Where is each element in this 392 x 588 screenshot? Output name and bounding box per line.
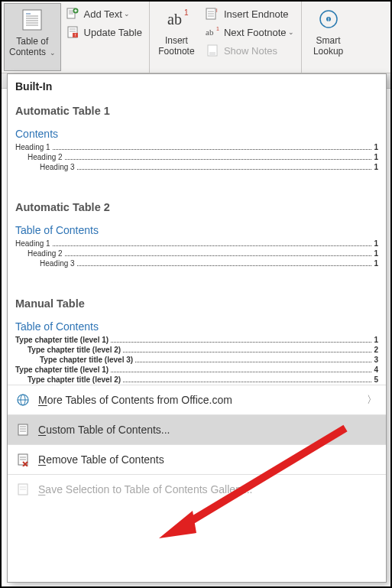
toc-row: Type chapter title (level 1)4 xyxy=(8,365,386,375)
toc-row: Heading 31 xyxy=(8,258,386,268)
insert-footnote-label-2: Footnote xyxy=(158,46,194,57)
toc-label-1: Table of xyxy=(16,36,48,47)
menu-remove-label: Remove Table of Contents xyxy=(38,453,164,466)
menu-more-tables[interactable]: More Tables of Contents from Office.com … xyxy=(8,385,386,414)
toc-row: Type chapter title (level 1)1 xyxy=(8,335,386,345)
toc-small-stack: Add Text ⌄ ! Update Table xyxy=(61,3,147,71)
insert-endnote-label: Insert Endnote xyxy=(224,8,289,20)
add-text-label: Add Text xyxy=(84,8,122,20)
svg-text:ab: ab xyxy=(206,28,214,37)
menu-save-selection: Save Selection to Table of Contents Gall… xyxy=(8,475,386,504)
toc-icon xyxy=(19,7,45,33)
toc-row: Type chapter title (level 3)3 xyxy=(8,355,386,365)
smart-lookup-label-1: Smart xyxy=(316,35,341,46)
next-footnote-icon: ab1 xyxy=(206,25,219,39)
svg-rect-0 xyxy=(23,10,41,30)
svg-text:ab: ab xyxy=(167,11,182,28)
insert-footnote-label-1: Insert xyxy=(165,35,188,46)
toc-row: Heading 21 xyxy=(8,152,386,162)
table-of-contents-button[interactable]: Table of Contents ⌄ xyxy=(4,3,61,71)
toc-row: Type chapter title (level 2)2 xyxy=(8,345,386,355)
add-text-button[interactable]: Add Text ⌄ xyxy=(61,5,147,23)
smart-lookup-label-2: Lookup xyxy=(313,46,343,57)
menu-save-label: Save Selection to Table of Contents Gall… xyxy=(38,483,252,495)
update-table-button[interactable]: ! Update Table xyxy=(61,23,147,41)
built-in-header: Built-In xyxy=(8,74,386,99)
svg-text:i: i xyxy=(328,15,329,23)
toc-label-2: Contents xyxy=(9,47,46,57)
smart-lookup-button[interactable]: i Smart Lookup xyxy=(304,3,353,71)
next-footnote-button[interactable]: ab1 Next Footnote ⌄ xyxy=(201,23,299,41)
svg-rect-37 xyxy=(18,424,28,435)
preview-automatic-table-1[interactable]: Automatic Table 1 Contents Heading 11Hea… xyxy=(8,99,386,172)
chevron-right-icon: 〉 xyxy=(367,393,377,407)
next-footnote-label: Next Footnote xyxy=(224,27,287,38)
insert-endnote-button[interactable]: i Insert Endnote xyxy=(201,5,299,23)
preview-manual-table[interactable]: Manual Table Table of Contents Type chap… xyxy=(8,291,386,385)
show-notes-label: Show Notes xyxy=(224,45,277,57)
toc-dropdown-panel: Built-In Automatic Table 1 Contents Head… xyxy=(7,73,387,583)
remove-toc-icon xyxy=(15,452,31,467)
ribbon-group-toc: Table of Contents ⌄ Add Text ⌄ ! Update … xyxy=(2,2,150,73)
show-notes-button[interactable]: Show Notes xyxy=(201,41,299,60)
menu-custom-toc[interactable]: Custom Table of Contents... xyxy=(8,415,386,444)
chevron-down-icon: ⌄ xyxy=(124,10,130,18)
menu-custom-label: Custom Table of Contents... xyxy=(38,424,170,436)
svg-text:i: i xyxy=(216,8,218,13)
footnote-small-stack: i Insert Endnote ab1 Next Footnote ⌄ Sho… xyxy=(201,3,299,71)
update-table-icon: ! xyxy=(66,25,79,39)
chevron-down-icon: ⌄ xyxy=(47,49,56,57)
globe-icon xyxy=(15,392,31,408)
ribbon-group-research: i Smart Lookup xyxy=(302,2,355,73)
menu-remove-toc[interactable]: Remove Table of Contents xyxy=(8,445,386,474)
auto2-title: Automatic Table 2 xyxy=(8,195,386,219)
manual-title: Manual Table xyxy=(8,291,386,316)
custom-toc-icon xyxy=(15,422,31,437)
toc-row: Heading 11 xyxy=(8,142,386,152)
insert-footnote-icon: ab1 xyxy=(164,6,190,32)
insert-endnote-icon: i xyxy=(206,7,219,21)
auto1-toc-label: Contents xyxy=(8,123,386,142)
toc-row: Heading 21 xyxy=(8,249,386,258)
svg-text:1: 1 xyxy=(216,26,219,31)
toc-row: Heading 11 xyxy=(8,239,386,249)
auto1-title: Automatic Table 1 xyxy=(8,99,386,123)
chevron-down-icon: ⌄ xyxy=(288,28,294,36)
smart-lookup-icon: i xyxy=(316,6,342,32)
update-table-label: Update Table xyxy=(84,27,142,38)
ribbon-group-footnotes: ab1 Insert Footnote i Insert Endnote ab1… xyxy=(150,2,302,73)
save-selection-icon xyxy=(15,482,31,497)
show-notes-icon xyxy=(206,44,219,57)
menu-more-label: More Tables of Contents from Office.com xyxy=(38,394,232,406)
add-text-icon xyxy=(66,7,79,21)
toc-row: Type chapter title (level 2)5 xyxy=(8,375,386,385)
insert-footnote-button[interactable]: ab1 Insert Footnote xyxy=(152,3,201,71)
preview-automatic-table-2[interactable]: Automatic Table 2 Table of Contents Head… xyxy=(8,195,386,268)
manual-toc-label: Table of Contents xyxy=(8,316,386,335)
toc-row: Heading 31 xyxy=(8,162,386,172)
svg-text:1: 1 xyxy=(184,8,189,17)
auto2-toc-label: Table of Contents xyxy=(8,219,386,239)
ribbon: Table of Contents ⌄ Add Text ⌄ ! Update … xyxy=(2,2,390,73)
